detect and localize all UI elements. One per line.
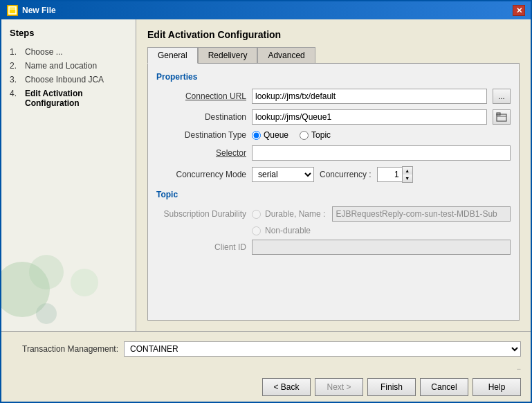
client-id-row: Client ID [156, 240, 511, 255]
radio-queue-label: Queue [264, 130, 288, 140]
destination-type-label: Destination Type [156, 130, 246, 140]
subscription-durability-row: Subscription Durability Durable, Name : [156, 206, 511, 222]
tabs: General Redelivery Advanced [147, 47, 520, 64]
tab-content: Properties Connection URL ... Destinatio… [147, 63, 520, 321]
cancel-button[interactable]: Cancel [420, 378, 468, 396]
step-number-1: 1. [10, 47, 21, 57]
main-title: Edit Activation Configuration [147, 29, 520, 40]
radio-topic-label: Topic [311, 130, 331, 140]
tab-advanced[interactable]: Advanced [257, 47, 315, 64]
concurrency-spinner: ▲ ▼ [377, 166, 413, 183]
step-label-1: Choose ... [25, 47, 63, 57]
radio-non-durable-input [252, 226, 261, 235]
sidebar: Steps 1. Choose ... 2. Name and Location… [1, 19, 136, 331]
close-button[interactable]: ✕ [513, 5, 525, 16]
window-icon [7, 5, 18, 16]
connection-url-browse-button[interactable]: ... [493, 89, 511, 104]
decor-blob-4 [71, 269, 98, 296]
durable-name-input [332, 206, 511, 222]
sidebar-title: Steps [10, 28, 127, 38]
finish-button[interactable]: Finish [367, 378, 416, 396]
client-id-input [252, 240, 511, 255]
window-title: New File [22, 6, 56, 15]
destination-type-row: Destination Type Queue Topic [156, 130, 511, 140]
step-number-3: 3. [10, 75, 21, 84]
title-bar-left: New File [7, 5, 56, 16]
client-id-label: Client ID [156, 242, 246, 252]
concurrency-mode-row: Concurrency Mode serial parallel Concurr… [156, 166, 511, 183]
connection-url-input[interactable] [252, 89, 487, 104]
step-item-3: 3. Choose Inbound JCA [10, 73, 127, 87]
selector-label: Selector [156, 148, 246, 158]
destination-row: Destination [156, 109, 511, 125]
concurrency-input[interactable] [377, 167, 402, 182]
step-label-4: Edit Activation Configuration [25, 89, 127, 108]
bottom-bar: Transaction Management: CONTAINER BEAN X… [1, 331, 531, 402]
concurrency-label: Concurrency : [320, 170, 372, 179]
transaction-select[interactable]: CONTAINER BEAN XA [124, 341, 521, 357]
destination-input[interactable] [252, 109, 487, 125]
radio-topic: Topic [300, 130, 331, 140]
help-button[interactable]: Help [473, 378, 521, 396]
step-number-2: 2. [10, 61, 21, 71]
step-item-1: 1. Choose ... [10, 45, 127, 59]
decor-blob-3 [36, 303, 57, 324]
step-list: 1. Choose ... 2. Name and Location 3. Ch… [10, 45, 127, 110]
properties-section-title: Properties [156, 72, 511, 82]
non-durable-label: Non-durable [265, 226, 311, 235]
radio-topic-input[interactable] [300, 131, 309, 140]
transaction-row: Transaction Management: CONTAINER BEAN X… [11, 337, 521, 361]
selector-row: Selector [156, 145, 511, 161]
svg-rect-0 [9, 7, 16, 14]
durable-name-label: Durable, Name : [265, 209, 325, 219]
radio-queue-input[interactable] [252, 131, 261, 140]
radio-queue: Queue [252, 130, 288, 140]
main-panel: Edit Activation Configuration General Re… [136, 19, 531, 331]
non-durable-row: Non-durable [156, 226, 511, 235]
step-label-3: Choose Inbound JCA [25, 75, 104, 84]
transaction-label: Transaction Management: [11, 344, 118, 354]
concurrency-section: serial parallel Concurrency : ▲ ▼ [252, 166, 511, 183]
step-number-4: 4. [10, 89, 21, 98]
bottom-dots: .. [11, 364, 521, 371]
section-divider: Topic [156, 190, 511, 199]
button-row: < Back Next > Finish Cancel Help [11, 374, 521, 396]
back-button[interactable]: < Back [262, 378, 311, 396]
step-item-4: 4. Edit Activation Configuration [10, 87, 127, 110]
concurrency-mode-label: Concurrency Mode [156, 170, 246, 179]
destination-browse-icon [496, 112, 507, 122]
spin-up-button[interactable]: ▲ [403, 167, 412, 174]
subscription-durability-label: Subscription Durability [156, 209, 246, 219]
connection-url-row: Connection URL ... [156, 89, 511, 104]
content-area: Steps 1. Choose ... 2. Name and Location… [1, 19, 531, 331]
step-label-2: Name and Location [25, 61, 97, 71]
title-bar: New File ✕ [1, 1, 531, 19]
destination-browse-button[interactable] [493, 109, 511, 125]
spin-down-button[interactable]: ▼ [403, 174, 412, 182]
sidebar-decoration [1, 248, 136, 331]
step-item-2: 2. Name and Location [10, 59, 127, 73]
durable-section: Durable, Name : [252, 206, 511, 222]
next-button[interactable]: Next > [315, 378, 363, 396]
main-window: New File ✕ Steps 1. Choose ... 2. Name a… [0, 0, 532, 403]
selector-input[interactable] [252, 145, 511, 161]
concurrency-mode-select[interactable]: serial parallel [252, 167, 314, 182]
non-durable-section: Non-durable [252, 226, 313, 235]
tab-general[interactable]: General [147, 47, 198, 64]
radio-durable-input [252, 210, 261, 219]
tab-redelivery[interactable]: Redelivery [198, 47, 258, 64]
connection-url-label: Connection URL [156, 91, 246, 101]
decor-blob-2 [29, 255, 64, 289]
topic-section-title: Topic [156, 190, 511, 199]
spin-buttons: ▲ ▼ [402, 166, 413, 183]
destination-label: Destination [156, 112, 246, 122]
destination-type-radio-group: Queue Topic [252, 130, 511, 140]
